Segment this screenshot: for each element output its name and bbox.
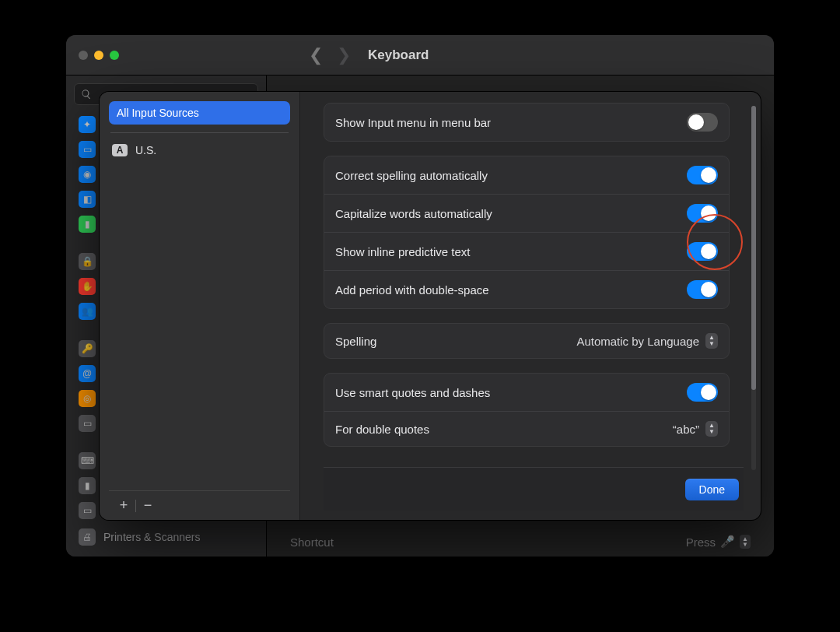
double-quotes-select[interactable]: “abc” ▲▼ [673,421,718,437]
zoom-window-button[interactable] [110,51,119,60]
battery-icon: ▮ [79,216,96,233]
control-icon: ◧ [79,191,96,208]
keyboard-badge-icon: A [112,144,128,156]
window-controls [79,51,119,60]
all-input-sources-item[interactable]: All Input Sources [109,101,290,125]
accessibility-icon: ◉ [79,166,96,183]
printer-icon: 🖨 [79,528,96,546]
forward-button[interactable]: ❯ [337,45,351,65]
sidebar-item-label: Printers & Scanners [103,531,201,543]
close-window-button[interactable] [79,51,88,60]
row-add-period: Add period with double-space [324,270,729,308]
chevron-updown-icon: ▲▼ [705,421,718,437]
row-capitalize: Capitalize words automatically [324,194,729,232]
keyboard-icon: ⌨ [79,452,96,469]
group-text: Correct spelling automatically Capitaliz… [324,156,730,309]
shortcut-label: Shortcut [290,535,334,549]
privacy-icon: ✋ [79,278,96,295]
spelling-select[interactable]: Automatic by Language ▲▼ [576,333,718,349]
toggle-predictive[interactable] [687,242,718,261]
search-icon [81,89,92,100]
page-title: Keyboard [368,47,429,63]
lock-icon: 🔒 [79,253,96,270]
group-quotes: Use smart quotes and dashes For double q… [324,373,730,447]
gamecenter-icon: ◎ [79,390,96,407]
trackpad-icon: ▭ [79,502,96,519]
add-source-button[interactable]: + [114,497,134,515]
input-source-item[interactable]: A U.S. [109,139,290,161]
internet-icon: @ [79,365,96,382]
mouse-icon: ▮ [79,477,96,494]
mic-icon: 🎤 [720,535,735,549]
toggle-capitalize[interactable] [687,204,718,223]
row-spelling: Spelling Automatic by Language ▲▼ [324,324,729,358]
minimize-window-button[interactable] [94,51,103,60]
vertical-scrollbar[interactable] [751,106,756,470]
settings-scroll: Show Input menu in menu bar Correct spel… [324,103,744,467]
toggle-show-input-menu[interactable] [687,113,718,132]
gear-icon: ✦ [79,116,96,133]
toggle-smart-quotes[interactable] [687,383,718,402]
nav-arrows: ❮ ❯ [309,45,351,65]
display-icon: ▭ [79,141,96,158]
stepper-icon: ▲▼ [740,535,751,549]
sheet-footer: Done [324,467,744,511]
row-smart-quotes: Use smart quotes and dashes [324,374,729,411]
input-sources-sheet: All Input Sources A U.S. + − Show Input … [100,92,761,520]
divider [110,132,289,133]
row-show-input-menu: Show Input menu in menu bar [324,104,729,141]
chevron-updown-icon: ▲▼ [705,333,718,349]
sidebar-item-printers[interactable]: 🖨 Printers & Scanners [74,522,258,557]
shortcut-row: Shortcut Press 🎤 ▲▼ [290,535,751,549]
back-button[interactable]: ❮ [309,45,323,65]
list-footer: + − [109,490,290,520]
input-source-label: U.S. [135,144,156,156]
toggle-correct-spelling[interactable] [687,166,718,184]
users-icon: 👥 [79,303,96,320]
done-button[interactable]: Done [685,479,739,500]
group-spelling: Spelling Automatic by Language ▲▼ [324,323,730,359]
toggle-add-period[interactable] [687,280,718,299]
sources-settings-panel: Show Input menu in menu bar Correct spel… [300,92,761,520]
passwords-icon: 🔑 [79,340,96,357]
row-predictive: Show inline predictive text [324,232,729,270]
remove-source-button[interactable]: − [138,497,158,515]
row-double-quotes: For double quotes “abc” ▲▼ [324,411,729,446]
group-menubar: Show Input menu in menu bar [324,103,730,142]
scrollbar-thumb[interactable] [751,106,756,390]
row-correct-spelling: Correct spelling automatically [324,156,729,194]
sources-list-panel: All Input Sources A U.S. + − [100,92,300,520]
shortcut-record[interactable]: Press 🎤 ▲▼ [686,535,751,549]
titlebar: ❮ ❯ Keyboard [66,35,774,75]
wallet-icon: ▭ [79,415,96,432]
